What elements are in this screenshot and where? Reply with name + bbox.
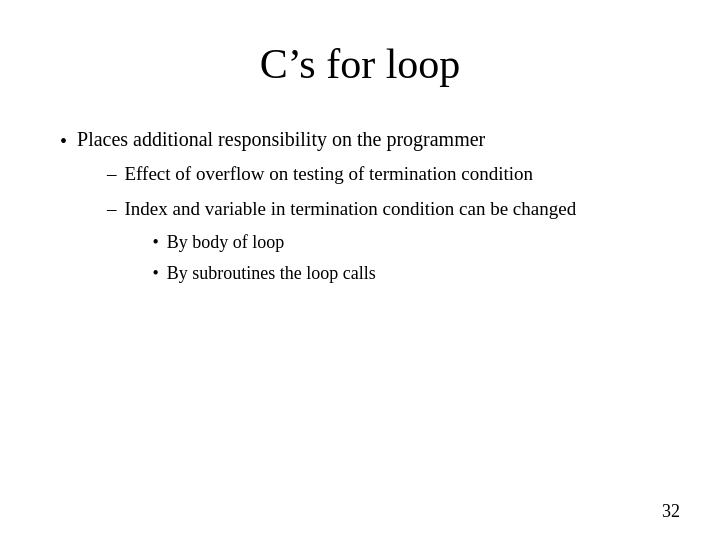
sub-item-1-text: Effect of overflow on testing of termina… (125, 160, 660, 189)
sub-item-2: – Index and variable in termination cond… (107, 195, 660, 288)
slide: C’s for loop • Places additional respons… (0, 0, 720, 540)
sub-item-1: – Effect of overflow on testing of termi… (107, 160, 660, 189)
sub-sub-item-2: • By subroutines the loop calls (153, 260, 660, 287)
bullet-1: • Places additional responsibility on th… (60, 124, 660, 287)
slide-title: C’s for loop (60, 40, 660, 88)
bullet-1-label: Places additional responsibility on the … (77, 128, 485, 150)
sub-sub-dot-1: • (153, 229, 159, 256)
page-number: 32 (662, 501, 680, 522)
bullet-dot-1: • (60, 126, 67, 156)
sub-dash-1: – (107, 160, 117, 189)
bullet-text-1: Places additional responsibility on the … (77, 124, 660, 287)
sub-sub-dot-2: • (153, 260, 159, 287)
sub-dash-2: – (107, 195, 117, 224)
slide-content: • Places additional responsibility on th… (60, 124, 660, 510)
sub-sub-item-1-text: By body of loop (167, 229, 285, 256)
sub-sub-item-2-text: By subroutines the loop calls (167, 260, 376, 287)
sub-items-1: – Effect of overflow on testing of termi… (107, 160, 660, 287)
sub-item-2-text: Index and variable in termination condit… (125, 198, 577, 219)
sub-sub-items: • By body of loop • By subroutines the l… (153, 229, 660, 287)
sub-item-2-content: Index and variable in termination condit… (125, 195, 660, 288)
sub-sub-item-1: • By body of loop (153, 229, 660, 256)
